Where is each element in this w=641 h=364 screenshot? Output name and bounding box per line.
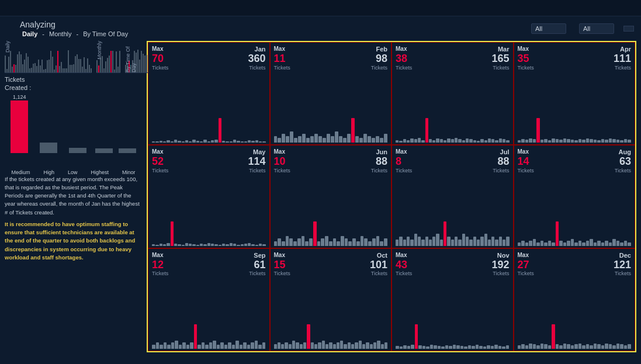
sparkline-bar (98, 65, 99, 72)
topbar: Analyzing Daily - Monthly - By Time Of D… (0, 16, 641, 39)
month-bar (293, 241, 297, 246)
month-bar (396, 240, 399, 246)
month-total-value: 101 (370, 259, 387, 271)
month-bar (251, 342, 254, 349)
month-bar (544, 242, 548, 246)
month-bar (620, 140, 623, 143)
month-bar (552, 138, 555, 143)
month-bar (368, 136, 371, 143)
month-bar (230, 243, 233, 246)
month-card-apr: MaxApr35111TicketsTickets (514, 42, 636, 145)
month-bar (460, 346, 464, 349)
month-bar (464, 346, 467, 349)
month-bar (447, 138, 450, 143)
month-bar (294, 138, 297, 143)
header (0, 0, 641, 16)
sparkline-bar (64, 68, 65, 72)
month-bar (297, 238, 301, 246)
month-bar (415, 324, 418, 349)
month-tickets-row: TicketsTickets (152, 271, 266, 276)
month-bar (233, 244, 236, 246)
month-bar (329, 342, 332, 349)
topbar-right: All All (528, 23, 634, 34)
month-tickets-row: TicketsTickets (396, 271, 510, 276)
month-tickets-left: Tickets (274, 271, 290, 276)
sparkline-bar (57, 51, 58, 72)
month-bar (290, 131, 293, 143)
sparkline-bar (48, 60, 50, 72)
month-bar (578, 344, 582, 349)
month-bar (370, 344, 373, 349)
month-header: MaxSep (152, 252, 266, 259)
month-bar (314, 344, 317, 349)
filter-issue-select[interactable]: All (531, 23, 566, 34)
nav-bytime[interactable]: By Time Of Day (83, 30, 128, 37)
bar-label: Highest (91, 169, 109, 175)
month-chart (396, 72, 510, 143)
month-bar (289, 344, 292, 349)
month-bar (480, 139, 483, 143)
month-bar (278, 238, 281, 246)
month-bar (377, 341, 380, 349)
peak-summary-button[interactable] (623, 26, 634, 32)
sparkline-bar (8, 57, 9, 72)
nav-monthly[interactable]: Monthly (49, 30, 72, 37)
month-bar (348, 241, 352, 246)
month-bar (333, 344, 336, 349)
month-bar (567, 139, 570, 143)
month-bar (503, 139, 505, 143)
month-bar (506, 140, 509, 143)
month-tickets-right: Tickets (249, 168, 265, 174)
month-bar (325, 236, 328, 246)
month-bar (506, 345, 510, 349)
month-bar (241, 141, 244, 143)
filter-issue-group: All (528, 23, 566, 34)
month-bar (361, 236, 364, 246)
month-bar (224, 345, 228, 349)
sparkline-bar (24, 60, 25, 72)
month-bar (213, 341, 216, 349)
bar-label: Minor (122, 169, 136, 175)
month-bar (445, 345, 449, 349)
month-card-feb: MaxFeb1198TicketsTickets (270, 42, 392, 145)
month-bar (262, 244, 265, 246)
month-bar (559, 140, 563, 143)
month-bar (362, 344, 365, 349)
month-bar (363, 134, 367, 143)
month-bar (258, 345, 262, 349)
month-bar (384, 134, 387, 143)
month-max-value: 12 (152, 259, 164, 271)
filter-year-select[interactable]: All (579, 23, 614, 34)
bar-label: Medium (11, 169, 30, 175)
month-max-value: 70 (152, 53, 164, 65)
month-bar (282, 134, 285, 143)
month-bar (521, 139, 525, 143)
month-bar (314, 134, 318, 143)
month-bar (418, 138, 421, 143)
month-bar (536, 118, 540, 143)
month-bar (156, 342, 160, 349)
month-bar (628, 344, 631, 349)
sparkline-bar (15, 65, 16, 72)
sparkline-bar (52, 57, 53, 72)
month-bar (331, 136, 334, 143)
nav-daily[interactable]: Daily (22, 30, 37, 37)
sparkline-bar (85, 69, 86, 72)
month-card-jul: MaxJul888TicketsTickets (391, 145, 514, 248)
month-bar (171, 141, 174, 143)
month-values: 52114 (152, 156, 266, 168)
month-bar (232, 345, 235, 349)
month-bar (226, 244, 228, 246)
month-bar (521, 241, 525, 246)
month-bar (447, 237, 450, 246)
month-bar (468, 345, 472, 349)
sparkline-bar (34, 63, 36, 72)
month-header: MaxJun (274, 148, 388, 155)
month-bar (230, 141, 233, 143)
month-bar (274, 241, 278, 246)
month-name: Sep (254, 252, 265, 259)
month-tickets-left: Tickets (152, 65, 168, 71)
month-bar (578, 241, 582, 246)
month-bar (262, 342, 266, 349)
month-bar (582, 345, 585, 349)
